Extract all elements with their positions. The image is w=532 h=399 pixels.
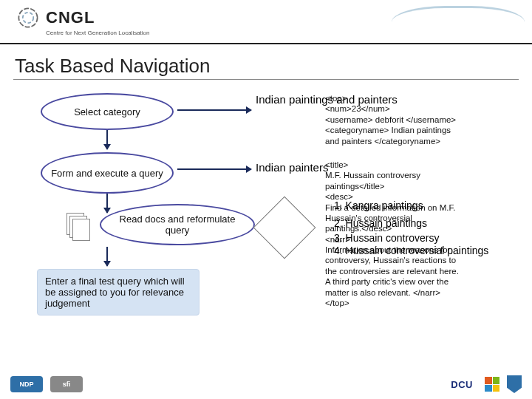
node-form-query[interactable]: Form and execute a query bbox=[41, 152, 174, 194]
diagram-canvas: Select category Form and execute a query… bbox=[0, 87, 532, 368]
xml-line: paintings</title> bbox=[325, 181, 517, 191]
xml-line: matter is also relevant. </narr> bbox=[325, 287, 517, 298]
footer-left: NDP sfi bbox=[10, 376, 83, 392]
xml-block-upper: <top> <num>23</num> <username> debforit … bbox=[325, 93, 517, 146]
xml-line: the controversies are relevant here. bbox=[325, 266, 517, 276]
xml-line: A third party critic's view over the bbox=[325, 276, 517, 287]
cngl-swirl-icon bbox=[15, 4, 41, 31]
arrow-3 bbox=[106, 247, 108, 266]
xml-line: <title> bbox=[325, 160, 517, 170]
xml-line: <num>23</num> bbox=[325, 103, 517, 114]
decision-diamond[interactable] bbox=[253, 197, 316, 259]
label-painters-output: Indian painters bbox=[256, 161, 328, 174]
svg-point-1 bbox=[23, 13, 33, 23]
footer-right: DCU bbox=[446, 375, 522, 393]
suggestion-1[interactable]: 1. Kangra paintings bbox=[334, 200, 423, 211]
sfi-logo: sfi bbox=[50, 376, 83, 392]
xml-line: <top> bbox=[325, 93, 517, 103]
title-underline bbox=[13, 79, 519, 80]
page-title: Task Based Navigation bbox=[15, 55, 517, 78]
ndp-logo: NDP bbox=[10, 376, 43, 392]
dcu-logo: DCU bbox=[446, 376, 477, 392]
shield-logo-icon bbox=[507, 375, 522, 393]
svg-point-0 bbox=[18, 8, 37, 27]
suggestion-4[interactable]: 4. Hussain controversial paintings bbox=[334, 245, 488, 256]
xml-line: </top> bbox=[325, 298, 517, 308]
org-name: CNGL bbox=[46, 8, 95, 27]
docs-stack-icon bbox=[66, 213, 89, 242]
node-final-query[interactable]: Enter a final test query which will be a… bbox=[37, 269, 200, 316]
xml-line: M.F. Hussain controversy bbox=[325, 170, 517, 180]
suggestion-2[interactable]: 2. Hussain paintings bbox=[334, 217, 427, 229]
xml-line: controversy, Hussain's reactions to bbox=[325, 255, 517, 265]
footer: NDP sfi DCU bbox=[0, 369, 532, 399]
node-read-reform[interactable]: Read docs and reformulate query bbox=[100, 204, 255, 245]
xml-line: <username> debforit </username> bbox=[325, 115, 517, 125]
arrow-painters-out bbox=[177, 168, 251, 170]
node-select-category[interactable]: Select category bbox=[41, 93, 174, 130]
suggestion-3[interactable]: 3. Hussain controversy bbox=[334, 232, 439, 244]
header: CNGL Centre for Next Generation Localisa… bbox=[0, 0, 532, 44]
arrow-2 bbox=[106, 194, 108, 213]
tagline: Centre for Next Generation Localisation bbox=[46, 30, 517, 36]
painters-output-text: Indian painters bbox=[256, 161, 328, 174]
arrow-1 bbox=[106, 130, 108, 149]
microsoft-logo-icon bbox=[485, 377, 499, 392]
arrow-cat-out bbox=[177, 109, 251, 111]
xml-line: and painters </categoryname> bbox=[325, 136, 517, 146]
xml-line: <categoryname> Indian paintings bbox=[325, 125, 517, 135]
